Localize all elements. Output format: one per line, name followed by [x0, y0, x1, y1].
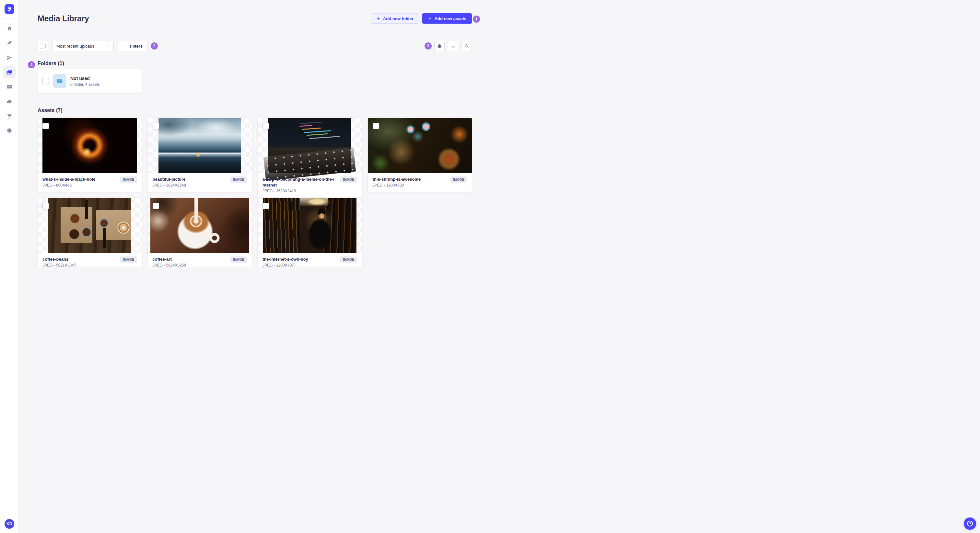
folder-card[interactable]: Not used 0 folder, 4 assets	[38, 69, 142, 93]
asset-card[interactable]: coffee-art JPEG - 5824X3259 IMAGE	[148, 198, 252, 266]
asset-thumb-area	[38, 118, 142, 173]
annotation-badge-2: 2	[151, 43, 158, 49]
asset-info: coffee-beans JPEG - 5021X3347 IMAGE	[38, 253, 142, 266]
folder-meta: 0 folder, 4 assets	[70, 82, 100, 87]
sidebar-logo-area	[0, 0, 19, 19]
add-new-folder-label: Add new folder	[383, 16, 414, 21]
asset-meta: JPEG - 5824X3259	[153, 263, 247, 266]
asset-card[interactable]: a-bug-is-becoming-a-meme-on-the-internet…	[258, 118, 362, 198]
asset-checkbox[interactable]	[262, 123, 269, 129]
asset-type-badge: IMAGE	[450, 176, 467, 182]
asset-info: what-s-inside-a-black-hole JPEG - 800X46…	[38, 173, 142, 192]
sidebar-item-cloud[interactable]	[3, 95, 16, 107]
asset-thumb-area	[258, 118, 362, 173]
asset-type-badge: IMAGE	[120, 257, 137, 263]
asset-checkbox[interactable]	[43, 203, 49, 209]
filters-label: Filters	[130, 44, 143, 49]
asset-thumb-area	[258, 198, 362, 253]
sidebar-nav	[0, 19, 19, 139]
asset-thumbnail-library-boy	[263, 198, 356, 253]
checkbox-box	[40, 43, 46, 49]
asset-meta: JPEG - 800X466	[43, 183, 137, 188]
asset-thumb-area	[148, 118, 252, 173]
sidebar-item-media-library[interactable]	[3, 67, 16, 78]
sort-dropdown[interactable]: Most recent uploads	[52, 41, 114, 51]
list-view-button[interactable]	[448, 41, 458, 51]
folder-text: Not used 0 folder, 4 assets	[70, 75, 100, 87]
strapi-logo[interactable]	[5, 4, 14, 14]
main-content: Media Library Add new folder Add new ass…	[19, 0, 490, 266]
cloud-icon	[6, 98, 12, 105]
asset-thumbnail-coffee-beans	[48, 198, 131, 253]
sidebar-item-layout[interactable]	[3, 81, 16, 93]
chevron-down-icon	[106, 44, 110, 48]
search-icon	[465, 44, 469, 49]
asset-card[interactable]: coffee-beans JPEG - 5021X3347 IMAGE	[38, 198, 142, 266]
asset-type-badge: IMAGE	[231, 257, 247, 263]
layout-icon	[6, 84, 12, 90]
asset-thumbnail-coffee-art	[150, 198, 249, 253]
folders-heading: Folders (1)	[38, 60, 472, 67]
asset-thumb-area	[148, 198, 252, 253]
asset-thumbnail-shrimp	[368, 118, 472, 173]
asset-type-badge: IMAGE	[231, 176, 247, 182]
asset-info: coffee-art JPEG - 5824X3259 IMAGE	[148, 253, 252, 266]
toolbar-left: Most recent uploads Filters	[38, 41, 148, 51]
annotation-badge-4: 4	[28, 61, 35, 68]
view-settings-button[interactable]	[434, 41, 445, 51]
folder-icon-tile	[53, 74, 67, 88]
asset-type-badge: IMAGE	[340, 176, 357, 182]
asset-info: this-shrimp-is-awesome JPEG - 1200X630 I…	[368, 173, 472, 192]
sidebar-item-releases[interactable]	[3, 52, 16, 63]
asset-meta: JPEG - 1200X630	[373, 183, 467, 188]
asset-card[interactable]: this-shrimp-is-awesome JPEG - 1200X630 I…	[368, 118, 472, 192]
list-icon	[451, 44, 456, 49]
asset-checkbox[interactable]	[153, 123, 159, 129]
toolbar: Most recent uploads Filters	[38, 41, 472, 51]
plus-icon	[376, 16, 380, 21]
sidebar-item-marketplace[interactable]	[3, 110, 16, 122]
header-actions: Add new folder Add new assets	[371, 13, 472, 24]
sidebar-item-settings[interactable]	[3, 125, 16, 136]
sidebar-item-home[interactable]	[3, 23, 16, 34]
asset-card[interactable]: beautiful-picture JPEG - 3824X2548 IMAGE	[148, 118, 252, 192]
asset-card[interactable]: what-s-inside-a-black-hole JPEG - 800X46…	[38, 118, 142, 192]
annotation-badge-1: 1	[473, 16, 480, 23]
folder-checkbox[interactable]	[43, 78, 49, 84]
media-library-icon	[6, 69, 12, 75]
select-all-checkbox[interactable]	[38, 41, 48, 51]
asset-grid: what-s-inside-a-black-hole JPEG - 800X46…	[38, 118, 472, 266]
asset-info: a-bug-is-becoming-a-meme-on-the-internet…	[258, 173, 362, 198]
home-icon	[6, 25, 12, 32]
plus-icon	[428, 16, 432, 21]
asset-thumb-area	[368, 118, 472, 173]
asset-card[interactable]: the-internet-s-own-boy JPEG - 1200X707 I…	[258, 198, 362, 266]
add-new-folder-button[interactable]: Add new folder	[371, 13, 419, 24]
asset-checkbox[interactable]	[153, 203, 159, 209]
section-divider	[38, 101, 472, 102]
asset-meta: JPEG - 5021X3347	[43, 263, 137, 266]
assets-heading: Assets (7)	[38, 107, 472, 114]
search-button[interactable]	[461, 41, 472, 51]
toolbar-right	[434, 41, 472, 51]
paper-plane-icon	[6, 55, 12, 60]
asset-checkbox[interactable]	[373, 123, 379, 129]
gear-icon	[6, 128, 12, 133]
annotation-badge-3: 3	[425, 43, 432, 49]
asset-thumbnail-mountains	[159, 118, 241, 173]
asset-type-badge: IMAGE	[340, 257, 357, 263]
asset-type-badge: IMAGE	[120, 176, 137, 182]
asset-checkbox[interactable]	[43, 123, 49, 129]
asset-meta: JPEG - 1200X707	[262, 263, 357, 266]
filters-button[interactable]: Filters	[118, 41, 148, 51]
asset-info: beautiful-picture JPEG - 3824X2548 IMAGE	[148, 173, 252, 192]
folder-icon	[56, 78, 63, 84]
asset-checkbox[interactable]	[262, 203, 269, 209]
asset-thumb-area	[38, 198, 142, 253]
sidebar-item-content-manager[interactable]	[3, 37, 16, 49]
asset-info: the-internet-s-own-boy JPEG - 1200X707 I…	[258, 253, 362, 266]
gear-icon	[437, 44, 442, 49]
cart-icon	[6, 113, 12, 119]
asset-meta: JPEG - 3628X2419	[262, 189, 357, 194]
add-new-assets-button[interactable]: Add new assets	[422, 13, 472, 24]
